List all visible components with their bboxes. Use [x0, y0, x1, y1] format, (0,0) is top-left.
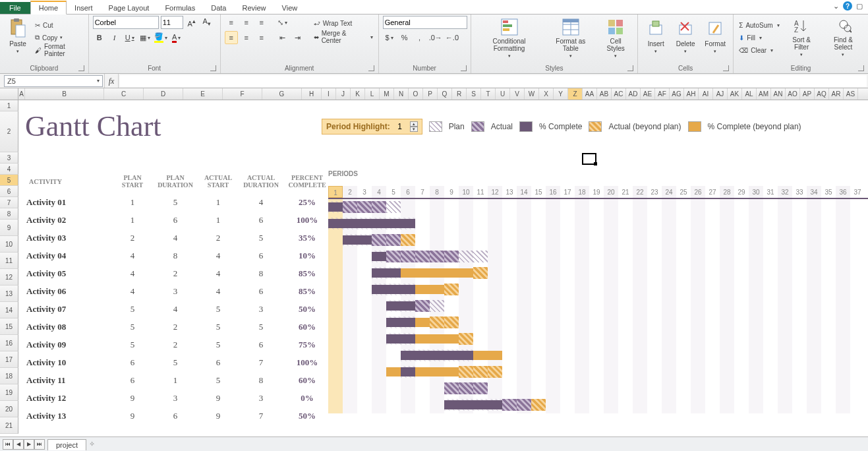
col-header-I[interactable]: I: [322, 88, 336, 100]
decrease-decimal-button[interactable]: ←.0: [445, 31, 459, 44]
row-header-1[interactable]: 1: [0, 100, 18, 111]
table-row[interactable]: Activity 03 2 4 2 5 35%: [26, 229, 330, 246]
col-header-D[interactable]: D: [144, 88, 183, 100]
col-header-H[interactable]: H: [302, 88, 322, 100]
col-header-B[interactable]: B: [25, 88, 104, 100]
indent-decrease-button[interactable]: ⇤: [276, 31, 289, 44]
format-as-table-button[interactable]: Format as Table▾: [545, 16, 596, 59]
col-header-O[interactable]: O: [409, 88, 423, 100]
sort-filter-button[interactable]: AZSort & Filter▾: [783, 16, 821, 59]
percent-button[interactable]: %: [398, 31, 411, 44]
col-header-Y[interactable]: Y: [554, 88, 568, 100]
col-header-AG[interactable]: AG: [670, 88, 684, 100]
col-header-AH[interactable]: AH: [684, 88, 699, 100]
table-row[interactable]: Activity 06 4 3 4 6 85%: [26, 283, 330, 299]
row-header-16[interactable]: 16: [0, 335, 18, 351]
align-middle-button[interactable]: ≡: [240, 16, 253, 29]
col-header-Z[interactable]: Z: [568, 88, 583, 100]
cut-button[interactable]: ✂Cut: [34, 19, 84, 31]
clear-button[interactable]: ⌫Clear: [738, 44, 780, 56]
col-header-M[interactable]: M: [380, 88, 394, 100]
paste-button[interactable]: Paste▾: [4, 16, 32, 59]
row-header-9[interactable]: 9: [0, 220, 18, 236]
row-header-17[interactable]: 17: [0, 351, 18, 368]
table-row[interactable]: Activity 09 5 2 5 6 75%: [26, 336, 330, 353]
align-bottom-button[interactable]: ≡: [255, 16, 268, 29]
font-size-combo[interactable]: [161, 16, 183, 29]
col-header-AB[interactable]: AB: [597, 88, 612, 100]
row-header-3[interactable]: 3: [0, 152, 18, 164]
row-header-7[interactable]: 7: [0, 197, 18, 208]
spin-down-icon[interactable]: ▼: [410, 127, 418, 132]
col-header-AJ[interactable]: AJ: [713, 88, 728, 100]
window-state-icon[interactable]: ▢: [856, 2, 863, 11]
row-header-5[interactable]: 5: [0, 175, 18, 186]
grow-font-button[interactable]: A▴: [185, 16, 198, 29]
comma-button[interactable]: ,: [413, 31, 426, 44]
cell-styles-button[interactable]: Cell Styles▾: [598, 16, 633, 59]
table-row[interactable]: Activity 08 5 2 5 5 60%: [26, 318, 330, 335]
col-header-V[interactable]: V: [510, 88, 525, 100]
align-top-button[interactable]: ≡: [225, 16, 238, 29]
tab-page-layout[interactable]: Page Layout: [101, 2, 158, 14]
accounting-button[interactable]: $: [383, 31, 396, 44]
spin-up-icon[interactable]: ▲: [410, 121, 418, 127]
table-row[interactable]: Activity 12 9 3 9 3 0%: [26, 390, 330, 406]
select-all-corner[interactable]: [0, 88, 18, 100]
col-header-U[interactable]: U: [496, 88, 510, 100]
find-select-button[interactable]: Find & Select▾: [823, 16, 864, 59]
row-header-10[interactable]: 10: [0, 236, 18, 253]
tab-file[interactable]: File: [0, 2, 30, 14]
col-header-L[interactable]: L: [365, 88, 380, 100]
column-headers[interactable]: ABCDEFGHIJKLMNOPQRSTUVWXYZAAABACADAEAFAG…: [0, 88, 868, 100]
tab-review[interactable]: Review: [234, 2, 274, 14]
worksheet[interactable]: ABCDEFGHIJKLMNOPQRSTUVWXYZAAABACADAEAFAG…: [0, 88, 868, 436]
col-header-AM[interactable]: AM: [757, 88, 771, 100]
table-row[interactable]: Activity 07 5 4 5 3 50%: [26, 301, 330, 317]
autosum-button[interactable]: ΣAutoSum: [738, 19, 780, 31]
delete-cells-button[interactable]: Delete▾: [672, 16, 699, 59]
col-header-E[interactable]: E: [183, 88, 223, 100]
col-header-AK[interactable]: AK: [728, 88, 742, 100]
align-center-button[interactable]: ≡: [240, 31, 253, 44]
row-headers[interactable]: 123456789101112131415161718192021: [0, 100, 18, 434]
col-header-AF[interactable]: AF: [655, 88, 670, 100]
indent-increase-button[interactable]: ⇥: [291, 31, 304, 44]
tab-data[interactable]: Data: [203, 2, 234, 14]
period-highlight-value[interactable]: [394, 122, 406, 131]
merge-center-button[interactable]: ⬌Merge & Center: [312, 31, 374, 43]
col-header-AN[interactable]: AN: [771, 88, 786, 100]
help-icon[interactable]: ?: [843, 1, 852, 11]
row-header-11[interactable]: 11: [0, 253, 18, 269]
col-header-R[interactable]: R: [452, 88, 467, 100]
font-name-combo[interactable]: [93, 16, 159, 29]
tab-formulas[interactable]: Formulas: [157, 2, 203, 14]
col-header-AL[interactable]: AL: [742, 88, 757, 100]
row-header-15[interactable]: 15: [0, 318, 18, 335]
increase-decimal-button[interactable]: .0→: [428, 31, 443, 44]
col-header-X[interactable]: X: [539, 88, 554, 100]
col-header-J[interactable]: J: [336, 88, 351, 100]
tab-view[interactable]: View: [274, 2, 306, 14]
col-header-C[interactable]: C: [104, 88, 144, 100]
col-header-AP[interactable]: AP: [800, 88, 815, 100]
align-right-button[interactable]: ≡: [255, 31, 268, 44]
row-header-12[interactable]: 12: [0, 269, 18, 286]
conditional-formatting-button[interactable]: Conditional Formatting▾: [475, 16, 544, 59]
table-row[interactable]: Activity 13 9 6 9 7 50%: [26, 407, 330, 424]
col-header-N[interactable]: N: [394, 88, 409, 100]
col-header-W[interactable]: W: [525, 88, 539, 100]
col-header-AS[interactable]: AS: [844, 88, 858, 100]
tab-home[interactable]: Home: [30, 1, 67, 15]
table-row[interactable]: Activity 11 6 1 5 8 60%: [26, 372, 330, 388]
col-header-P[interactable]: P: [423, 88, 438, 100]
fill-color-button[interactable]: 🪣: [154, 31, 168, 44]
col-header-AA[interactable]: AA: [583, 88, 597, 100]
row-header-2[interactable]: 2: [0, 111, 18, 152]
wrap-text-button[interactable]: ⮐Wrap Text: [312, 17, 374, 29]
fill-button[interactable]: ⬇Fill: [738, 32, 780, 44]
table-row[interactable]: Activity 01 1 5 1 4 25%: [26, 194, 330, 210]
row-header-8[interactable]: 8: [0, 208, 18, 220]
row-header-20[interactable]: 20: [0, 401, 18, 417]
col-header-AR[interactable]: AR: [829, 88, 844, 100]
